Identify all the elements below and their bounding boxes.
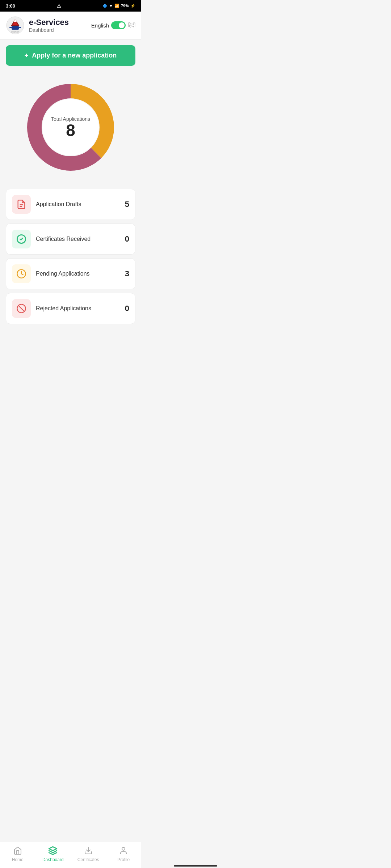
header: उत्तराखण्ड राज्य e-Services Dashboard En… [0,12,141,39]
stats-list: Application Drafts 5 Certificates Receiv… [6,189,135,324]
rejected-label: Rejected Applications [36,305,120,312]
plus-icon: + [25,52,29,59]
signal-icon: 📶 [114,4,119,8]
battery-icon: ⚡ [130,4,135,8]
pending-label: Pending Applications [36,271,120,277]
pending-icon [16,269,26,279]
certs-label: Certificates Received [36,236,120,242]
apply-new-button[interactable]: + Apply for a new application [6,45,135,66]
certs-value: 0 [125,234,129,244]
svg-rect-5 [9,27,12,28]
rejected-value: 0 [125,304,129,313]
rejected-icon-container [12,299,31,318]
hindi-label: हिंदी [128,22,135,29]
status-icons: 🔷 ▼ 📶 79% ⚡ [102,4,135,8]
header-left: उत्तराखण्ड राज्य e-Services Dashboard [6,16,69,35]
battery-text: 79% [121,4,129,8]
certs-icon-container [12,230,31,248]
app-logo: उत्तराखण्ड राज्य [6,16,25,35]
wifi-icon: ▼ [109,4,113,8]
donut-center: Total Applications 8 [51,116,90,139]
pending-value: 3 [125,269,129,278]
svg-rect-4 [12,26,19,30]
svg-line-16 [18,306,24,311]
svg-rect-6 [18,27,21,28]
drafts-icon-container [12,195,31,214]
bluetooth-icon: 🔷 [102,4,108,8]
stat-card-drafts[interactable]: Application Drafts 5 [6,189,135,220]
certs-icon [16,234,26,244]
main-content: + Apply for a new application Total Appl… [0,39,141,353]
header-subtitle: Dashboard [29,27,69,33]
pending-icon-container [12,264,31,283]
stat-card-rejected[interactable]: Rejected Applications 0 [6,293,135,324]
chart-container: Total Applications 8 [6,75,135,180]
header-title: e-Services Dashboard [29,18,69,33]
drafts-label: Application Drafts [36,201,120,208]
apply-button-label: Apply for a new application [32,52,117,59]
lang-switch[interactable] [111,21,126,29]
status-bar: 3:00 ⚠ 🔷 ▼ 📶 79% ⚡ [0,0,141,12]
drafts-value: 5 [125,200,129,209]
status-warning: ⚠ [57,3,61,9]
language-toggle[interactable]: English हिंदी [91,21,135,29]
status-time: 3:00 [6,3,15,9]
svg-text:उत्तराखण्ड राज्य: उत्तराखण्ड राज्य [11,31,20,33]
stat-card-certs[interactable]: Certificates Received 0 [6,224,135,255]
donut-chart: Total Applications 8 [24,80,118,174]
header-right: English हिंदी [91,21,135,29]
donut-value: 8 [51,122,90,139]
app-name: e-Services [29,18,69,27]
english-label: English [91,22,109,29]
drafts-icon [16,199,26,209]
rejected-icon [16,303,26,314]
stat-card-pending[interactable]: Pending Applications 3 [6,258,135,289]
